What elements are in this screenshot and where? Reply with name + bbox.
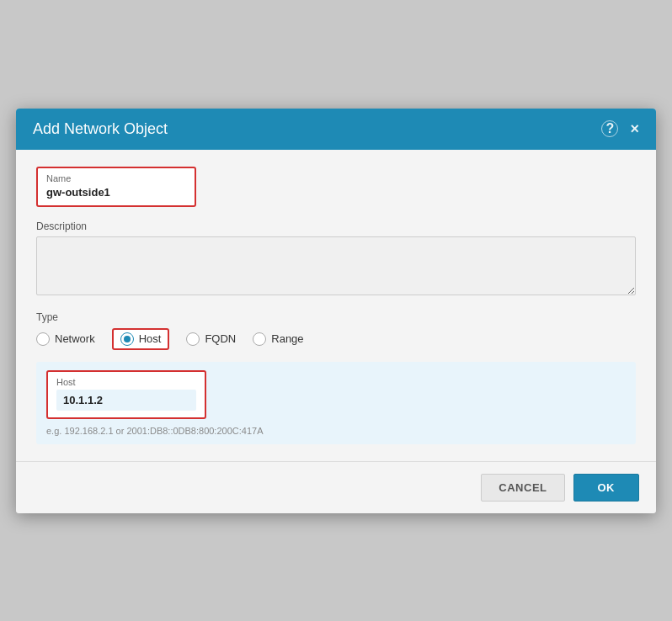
- header-icons: ? ×: [601, 120, 639, 138]
- host-field-highlight: Host 10.1.1.2: [46, 370, 206, 419]
- dialog-footer: CANCEL OK: [16, 461, 656, 513]
- close-button[interactable]: ×: [630, 120, 639, 138]
- name-field-highlight: Name gw-outside1: [36, 167, 196, 207]
- add-network-object-dialog: Add Network Object ? × Name gw-outside1 …: [16, 109, 656, 513]
- radio-range-label: Range: [271, 332, 303, 345]
- name-label: Name: [46, 173, 186, 183]
- type-radio-group: Network Host FQDN: [36, 328, 636, 350]
- radio-host-label: Host: [139, 332, 162, 345]
- type-label: Type: [36, 311, 636, 323]
- dialog-body: Name gw-outside1 Description Type Networ…: [16, 150, 656, 453]
- ok-button[interactable]: OK: [573, 474, 640, 502]
- dialog-header: Add Network Object ? ×: [16, 109, 656, 150]
- description-textarea[interactable]: [36, 236, 636, 295]
- radio-host[interactable]: Host: [112, 328, 170, 350]
- radio-network-label: Network: [55, 332, 95, 345]
- radio-host-outer: [120, 332, 134, 346]
- radio-host-inner: [124, 336, 131, 342]
- host-section: Host 10.1.1.2 e.g. 192.168.2.1 or 2001:D…: [36, 362, 636, 444]
- radio-fqdn[interactable]: FQDN: [186, 332, 236, 346]
- radio-network-outer: [36, 332, 50, 346]
- description-field-group: Description: [36, 220, 636, 298]
- name-value: gw-outside1: [46, 186, 186, 199]
- help-icon[interactable]: ?: [601, 120, 618, 137]
- type-field-group: Type Network Host: [36, 311, 636, 350]
- radio-range-outer: [253, 332, 266, 346]
- dialog-title: Add Network Object: [33, 120, 168, 138]
- radio-fqdn-label: FQDN: [205, 332, 236, 345]
- radio-network[interactable]: Network: [36, 332, 95, 346]
- radio-fqdn-outer: [186, 332, 200, 346]
- host-hint: e.g. 192.168.2.1 or 2001:DB8::0DB8:800:2…: [46, 426, 626, 436]
- radio-range[interactable]: Range: [253, 332, 303, 346]
- description-label: Description: [36, 220, 636, 232]
- cancel-button[interactable]: CANCEL: [481, 474, 564, 502]
- name-field-group: Name gw-outside1: [36, 167, 636, 207]
- host-label: Host: [56, 377, 196, 387]
- host-value-display: 10.1.1.2: [56, 390, 196, 411]
